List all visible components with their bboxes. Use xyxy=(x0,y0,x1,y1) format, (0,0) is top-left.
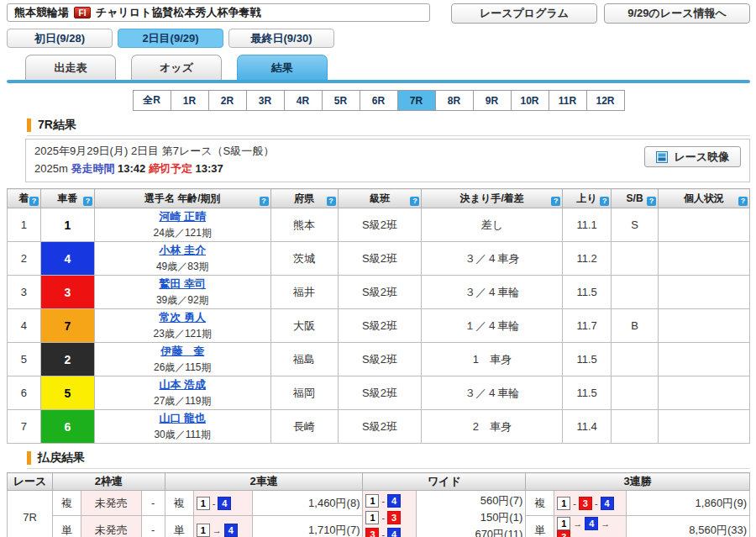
race-tab-8r[interactable]: 8R xyxy=(435,90,474,111)
place-cell: 7 xyxy=(8,410,41,444)
payout-row-fuku: 7R複未発売-複1-41,460円(8)1-41-33-4560円(7)150円… xyxy=(8,491,750,516)
lap-time-cell: 11.5 xyxy=(563,276,612,309)
rider-name-link[interactable]: 小林 圭介 xyxy=(159,244,206,256)
prefecture-cell: 大阪 xyxy=(270,309,338,343)
class-cell: S級2班 xyxy=(338,410,422,444)
place-cell: 4 xyxy=(8,309,41,343)
combo: 1-3 xyxy=(365,510,401,524)
race-tab-2r[interactable]: 2R xyxy=(208,90,247,111)
tab-underline xyxy=(7,80,750,83)
class-cell: S級2班 xyxy=(338,309,422,343)
col-header-label: 決まり手/着差 xyxy=(460,192,524,204)
help-icon[interactable]: ? xyxy=(551,197,560,206)
waku-tan-price: - xyxy=(141,516,165,537)
race-tab-9r[interactable]: 9R xyxy=(473,90,512,111)
status-cell xyxy=(659,410,750,444)
venue-title-box: 熊本競輪場 FI チャリロト協賛松本秀人杯争奪戦 xyxy=(7,3,430,22)
tab-startlist[interactable]: 出走表 xyxy=(25,55,116,80)
race-tab-all[interactable]: 全R xyxy=(133,90,171,111)
status-cell xyxy=(659,208,750,242)
col-header-label: 着 xyxy=(18,192,29,204)
day-tab-0[interactable]: 初日(9/28) xyxy=(7,29,113,48)
lap-time-cell: 11.7 xyxy=(563,309,612,343)
place-cell: 1 xyxy=(8,208,41,242)
rider-cell: 常次 勇人23歳／121期 xyxy=(94,309,270,343)
venue-name: 熊本競輪場 xyxy=(14,5,69,20)
race-time-line: 2025m 発走時間 13:42 締切予定 13:37 xyxy=(34,161,741,176)
help-icon[interactable]: ? xyxy=(647,197,656,206)
num-box-4: 4 xyxy=(585,517,598,530)
class-cell: S級2班 xyxy=(338,208,422,242)
race-program-button[interactable]: レースプログラム xyxy=(451,3,597,24)
help-icon[interactable]: ? xyxy=(83,197,92,206)
sanren-tan-combo: 1→4→3 xyxy=(554,516,627,537)
day-tab-2[interactable]: 最終日(9/30) xyxy=(228,29,334,48)
race-tab-3r[interactable]: 3R xyxy=(246,90,285,111)
start-time-label: 発走時間 xyxy=(71,162,114,175)
day-tab-1[interactable]: 2日目(9/29) xyxy=(118,29,223,48)
orange-accent-bar xyxy=(27,451,31,465)
sanren-fuku-combo: 1-3-4 xyxy=(554,491,627,516)
race-video-button[interactable]: レース映像 xyxy=(644,146,741,167)
help-icon[interactable]: ? xyxy=(29,197,39,206)
payout-col-1: 2車連 xyxy=(165,473,363,491)
lap-time-cell: 11.5 xyxy=(563,343,612,376)
status-cell xyxy=(659,376,750,410)
race-tab-10r[interactable]: 10R xyxy=(511,90,549,111)
sb-cell: S xyxy=(612,208,659,242)
rider-name-link[interactable]: 伊藤 奎 xyxy=(160,345,204,357)
help-icon[interactable]: ? xyxy=(738,197,748,206)
bike-number-badge: 4 xyxy=(41,242,94,275)
rider-age-period: 23歳／121期 xyxy=(95,327,270,341)
rider-name-link[interactable]: 山口 龍也 xyxy=(159,412,206,424)
help-icon[interactable]: ? xyxy=(260,197,269,206)
table-row: 11河崎 正晴24歳／121期熊本S級2班差し11.1S xyxy=(8,208,750,242)
orange-accent-bar xyxy=(27,118,31,132)
col-header-label: 車番 xyxy=(57,192,77,204)
waku-fuku-price: - xyxy=(141,491,165,516)
class-cell: S級2班 xyxy=(338,376,422,410)
prefecture-cell: 福岡 xyxy=(270,376,338,410)
combo-separator: - xyxy=(381,496,385,506)
race-tab-4r[interactable]: 4R xyxy=(284,90,323,111)
rider-age-period: 26歳／115期 xyxy=(95,361,270,375)
col-header-1: 車番? xyxy=(40,189,94,208)
rider-name-link[interactable]: 山本 浩成 xyxy=(159,378,206,391)
race-tab-12r[interactable]: 12R xyxy=(586,90,625,111)
race-tab-5r[interactable]: 5R xyxy=(322,90,360,111)
sb-cell: B xyxy=(612,309,659,343)
help-icon[interactable]: ? xyxy=(600,197,609,206)
wide-price: 560円(7) xyxy=(419,492,522,509)
race-distance: 2025m xyxy=(34,162,68,175)
rider-name-link[interactable]: 常次 勇人 xyxy=(159,311,206,324)
race-tab-6r[interactable]: 6R xyxy=(360,90,398,111)
tab-results[interactable]: 結果 xyxy=(237,55,328,80)
col-header-0: 着? xyxy=(8,189,41,208)
help-icon[interactable]: ? xyxy=(410,197,419,206)
payout-header-row: レース2枠連2車連ワイド3連勝 xyxy=(8,473,750,491)
help-icon[interactable]: ? xyxy=(327,197,336,206)
rider-age-period: 30歳／111期 xyxy=(95,428,270,442)
race-tab-11r[interactable]: 11R xyxy=(549,90,587,111)
results-section-title: 7R結果 xyxy=(38,118,76,133)
wide-combo: 3-4 xyxy=(365,526,413,537)
deadline-value: 13:37 xyxy=(196,162,223,175)
rider-cell: 河崎 正晴24歳／121期 xyxy=(94,208,270,242)
rider-age-period: 39歳／92期 xyxy=(95,293,270,308)
num-box-4: 4 xyxy=(387,528,401,537)
race-info-button[interactable]: 9/29のレース情報へ xyxy=(604,3,750,24)
payout-type-label: 単 xyxy=(165,516,193,537)
sb-cell xyxy=(612,276,659,309)
rider-name-link[interactable]: 河崎 正晴 xyxy=(159,210,206,223)
grade-f1-badge: FI xyxy=(74,7,91,18)
num-box-4: 4 xyxy=(601,497,614,510)
combo-separator: - xyxy=(213,498,216,508)
wide-combo: 1-4 xyxy=(365,492,413,509)
rider-name-link[interactable]: 鷲田 幸司 xyxy=(159,277,206,290)
race-tab-1r[interactable]: 1R xyxy=(171,90,209,111)
bike-number-badge: 6 xyxy=(41,410,94,443)
race-tab-7r[interactable]: 7R xyxy=(397,90,436,111)
top-bar: 熊本競輪場 FI チャリロト協賛松本秀人杯争奪戦 レースプログラム 9/29のレ… xyxy=(7,3,750,24)
tab-odds[interactable]: オッズ xyxy=(131,55,222,80)
sb-cell xyxy=(612,343,659,376)
